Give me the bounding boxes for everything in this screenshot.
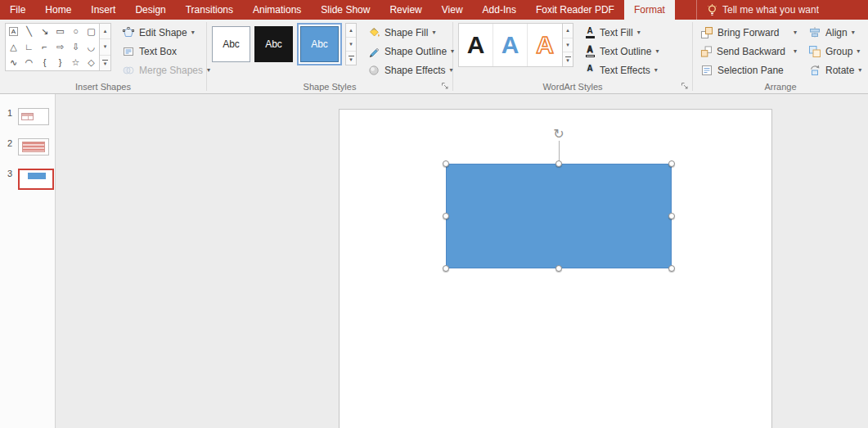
resize-handle-top-middle[interactable] [555, 160, 562, 167]
group-button[interactable]: Group ▾ [806, 42, 864, 61]
resize-handle-top-right[interactable] [668, 160, 675, 167]
wordart-style-preview-1[interactable]: A [459, 24, 493, 66]
group-arrange: Bring Forward ▾ Send Backward ▾ [693, 20, 868, 93]
text-fill-button[interactable]: A Text Fill ▾ [580, 23, 663, 42]
tab-review[interactable]: Review [380, 0, 431, 20]
shape-style-preview-1[interactable]: Abc [212, 26, 250, 62]
scroll-up-icon[interactable]: ▴ [346, 24, 356, 38]
shape-style-gallery: Abc Abc Abc ▴ ▾ ▾ [212, 23, 357, 65]
tab-insert[interactable]: Insert [81, 0, 125, 20]
shape-style-preview-2[interactable]: Abc [254, 26, 293, 62]
dropdown-arrow-icon: ▾ [432, 29, 435, 36]
shape-cell-arrow-down[interactable]: ⇩ [68, 39, 83, 55]
shape-fill-button[interactable]: Shape Fill ▾ [363, 23, 458, 42]
workspace: 1 2 3 [0, 94, 868, 428]
slide-3-number: 3 [7, 169, 14, 178]
text-outline-button[interactable]: A Text Outline ▾ [580, 42, 663, 61]
shape-cell-text-box[interactable]: A [6, 24, 21, 39]
gallery-more-icon[interactable]: ▾ [346, 52, 356, 65]
resize-handle-bottom-right[interactable] [668, 265, 675, 272]
merge-shapes-icon [122, 64, 135, 77]
tab-format[interactable]: Format [624, 0, 675, 20]
scroll-up-icon[interactable]: ▴ [100, 24, 110, 39]
arrange-right-column: Align ▾ Group ▾ [806, 23, 864, 79]
tab-animations[interactable]: Animations [243, 0, 311, 20]
shape-cell-star[interactable]: ☆ [68, 55, 83, 70]
wordart-gallery: A A A [458, 23, 563, 67]
resize-handle-middle-right[interactable] [668, 213, 675, 219]
align-button[interactable]: Align ▾ [806, 23, 864, 42]
shape-fill-icon [367, 26, 380, 39]
rotate-button[interactable]: Rotate ▾ [806, 61, 864, 79]
text-box-button[interactable]: Text Box [118, 42, 214, 61]
send-backward-button[interactable]: Send Backward ▾ [698, 42, 799, 61]
tab-view[interactable]: View [432, 0, 473, 20]
dropdown-arrow-icon: ▾ [655, 47, 659, 55]
group-label-insert-shapes: Insert Shapes [0, 82, 206, 92]
slide-2-thumbnail[interactable] [18, 138, 49, 155]
wordart-styles-dialog-launcher[interactable] [680, 81, 690, 91]
text-effects-button[interactable]: A Text Effects ▾ [580, 61, 663, 79]
shape-cell-diamond[interactable]: ◇ [83, 55, 99, 70]
slide-1-thumbnail[interactable] [18, 108, 49, 125]
shape-style-preview-3-selected[interactable]: Abc [297, 23, 342, 65]
gallery-more-icon[interactable]: ▾ [563, 52, 573, 66]
tab-slide-show[interactable]: Slide Show [311, 0, 380, 20]
shape-gallery: A ╲ ↘ ▭ ○ ▢ △ ∟ ⌐ ⇨ ⇩ ◡ ∿ ◠ { } ☆ [5, 23, 111, 71]
dropdown-arrow-icon[interactable]: ▾ [794, 29, 797, 36]
selection-pane-button[interactable]: Selection Pane [698, 61, 799, 79]
shape-cell-left-brace[interactable]: { [37, 55, 52, 70]
tab-home[interactable]: Home [35, 0, 81, 20]
scroll-down-icon[interactable]: ▾ [563, 38, 573, 53]
shape-style-preview-3[interactable]: Abc [300, 26, 339, 62]
tab-foxit-reader-pdf[interactable]: Foxit Reader PDF [526, 0, 624, 20]
shape-cell-arc-down[interactable]: ◡ [83, 39, 99, 55]
shape-cell-line[interactable]: ╲ [21, 24, 37, 39]
scroll-up-icon[interactable]: ▴ [563, 24, 573, 38]
slide-3-thumbnail-selected[interactable] [18, 169, 54, 190]
bring-forward-button[interactable]: Bring Forward ▾ [698, 23, 799, 42]
scroll-down-icon[interactable]: ▾ [346, 38, 356, 52]
edit-shape-button[interactable]: Edit Shape ▾ [118, 23, 214, 42]
editing-canvas[interactable]: ↻ [56, 94, 868, 428]
tab-file[interactable]: File [0, 0, 35, 20]
shape-cell-triangle[interactable]: △ [6, 39, 21, 55]
shape-outline-button[interactable]: Shape Outline ▾ [363, 42, 458, 61]
shape-styles-dialog-launcher[interactable] [440, 81, 450, 91]
tab-add-ins[interactable]: Add-Ins [473, 0, 526, 20]
shape-cell-curve[interactable]: ∿ [6, 55, 21, 70]
shape-cell-arrow[interactable]: ↘ [37, 24, 52, 39]
scroll-down-icon[interactable]: ▾ [100, 39, 110, 55]
blue-rectangle-shape[interactable] [446, 164, 672, 268]
shape-effects-button[interactable]: Shape Effects ▾ [363, 61, 458, 79]
selected-shape[interactable]: ↻ [446, 164, 672, 268]
wordart-style-preview-3[interactable]: A [528, 24, 562, 66]
tab-design[interactable]: Design [125, 0, 175, 20]
slide-canvas[interactable]: ↻ [339, 109, 772, 428]
shape-cell-arrow-right[interactable]: ⇨ [52, 39, 68, 55]
tab-transitions[interactable]: Transitions [176, 0, 243, 20]
dropdown-arrow-icon[interactable]: ▾ [794, 47, 797, 55]
arrange-left-column: Bring Forward ▾ Send Backward ▾ [698, 23, 799, 79]
resize-handle-bottom-left[interactable] [443, 265, 449, 272]
resize-handle-middle-left[interactable] [443, 213, 449, 219]
dropdown-arrow-icon: ▾ [450, 66, 453, 74]
shape-cell-arc[interactable]: ◠ [21, 55, 37, 70]
group-shape-styles: Abc Abc Abc ▴ ▾ ▾ Shap [207, 20, 452, 93]
shape-cell-right-brace[interactable]: } [52, 55, 68, 70]
dropdown-arrow-icon: ▾ [104, 61, 107, 65]
tell-me-box[interactable]: Tell me what you want [696, 0, 819, 20]
shape-cell-rectangle[interactable]: ▭ [52, 24, 68, 39]
shape-cell-rounded-rectangle[interactable]: ▢ [83, 24, 99, 39]
shape-cell-right-angle[interactable]: ∟ [21, 39, 37, 55]
shape-cell-oval[interactable]: ○ [68, 24, 83, 39]
merge-shapes-label: Merge Shapes [139, 65, 203, 76]
shape-cell-elbow-connector[interactable]: ⌐ [37, 39, 52, 55]
resize-handle-bottom-middle[interactable] [555, 265, 562, 272]
rotation-handle-icon[interactable]: ↻ [551, 127, 566, 142]
wordart-style-preview-2[interactable]: A [493, 24, 528, 66]
gallery-more-icon[interactable]: ▾ [100, 56, 110, 70]
text-box-icon [122, 45, 135, 58]
merge-shapes-button[interactable]: Merge Shapes ▾ [118, 61, 214, 79]
resize-handle-top-left[interactable] [443, 160, 449, 167]
